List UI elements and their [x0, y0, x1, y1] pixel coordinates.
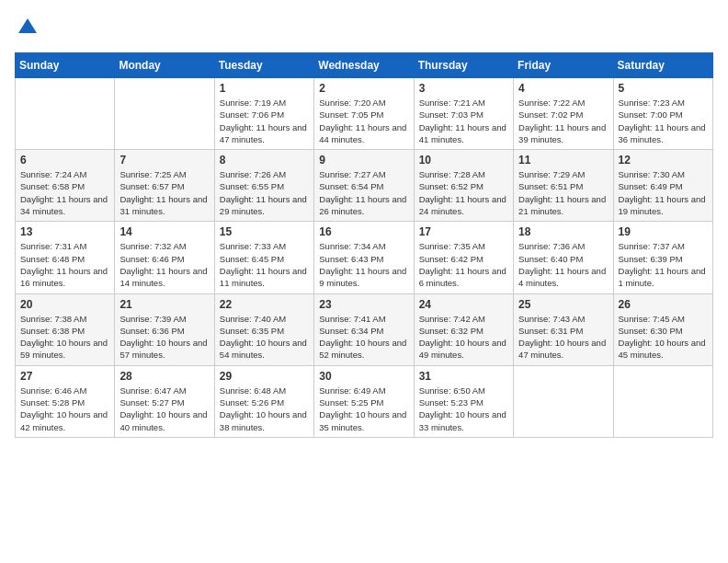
calendar-week-row: 6Sunrise: 7:24 AM Sunset: 6:58 PM Daylig… — [16, 150, 713, 222]
calendar-cell: 12Sunrise: 7:30 AM Sunset: 6:49 PM Dayli… — [613, 150, 712, 222]
day-info: Sunrise: 7:33 AM Sunset: 6:45 PM Dayligh… — [220, 240, 309, 289]
day-number: 11 — [518, 154, 608, 167]
calendar-week-row: 27Sunrise: 6:46 AM Sunset: 5:28 PM Dayli… — [16, 365, 713, 437]
calendar-cell: 17Sunrise: 7:35 AM Sunset: 6:42 PM Dayli… — [414, 222, 513, 293]
day-number: 27 — [20, 370, 109, 383]
day-info: Sunrise: 7:45 AM Sunset: 6:30 PM Dayligh… — [619, 313, 708, 362]
day-info: Sunrise: 7:38 AM Sunset: 6:38 PM Dayligh… — [20, 313, 109, 362]
day-info: Sunrise: 7:36 AM Sunset: 6:40 PM Dayligh… — [518, 240, 608, 289]
day-number: 29 — [220, 370, 309, 383]
calendar-cell: 28Sunrise: 6:47 AM Sunset: 5:27 PM Dayli… — [115, 365, 214, 437]
day-info: Sunrise: 7:42 AM Sunset: 6:32 PM Dayligh… — [419, 313, 508, 362]
day-number: 2 — [319, 82, 408, 95]
calendar-cell: 8Sunrise: 7:26 AM Sunset: 6:55 PM Daylig… — [214, 150, 313, 222]
calendar-cell: 21Sunrise: 7:39 AM Sunset: 6:36 PM Dayli… — [115, 293, 214, 365]
logo-text — [15, 15, 39, 41]
day-info: Sunrise: 7:30 AM Sunset: 6:49 PM Dayligh… — [619, 168, 708, 217]
calendar-cell: 20Sunrise: 7:38 AM Sunset: 6:38 PM Dayli… — [16, 293, 115, 365]
day-info: Sunrise: 7:35 AM Sunset: 6:42 PM Dayligh… — [419, 240, 508, 289]
calendar-cell: 31Sunrise: 6:50 AM Sunset: 5:23 PM Dayli… — [414, 365, 513, 437]
calendar-cell: 30Sunrise: 6:49 AM Sunset: 5:25 PM Dayli… — [314, 365, 414, 437]
logo — [15, 15, 39, 41]
day-info: Sunrise: 7:43 AM Sunset: 6:31 PM Dayligh… — [518, 313, 608, 362]
day-number: 21 — [119, 298, 209, 311]
day-info: Sunrise: 7:28 AM Sunset: 6:52 PM Dayligh… — [419, 168, 508, 217]
day-info: Sunrise: 6:49 AM Sunset: 5:25 PM Dayligh… — [319, 385, 408, 433]
day-number: 4 — [518, 82, 608, 95]
day-info: Sunrise: 7:26 AM Sunset: 6:55 PM Dayligh… — [220, 168, 309, 217]
calendar-cell — [514, 365, 613, 437]
svg-marker-0 — [18, 18, 37, 33]
day-info: Sunrise: 7:24 AM Sunset: 6:58 PM Dayligh… — [20, 168, 109, 217]
calendar-cell: 3Sunrise: 7:21 AM Sunset: 7:03 PM Daylig… — [414, 78, 513, 150]
calendar-cell: 5Sunrise: 7:23 AM Sunset: 7:00 PM Daylig… — [613, 78, 712, 150]
calendar-cell — [115, 78, 214, 150]
calendar-cell: 18Sunrise: 7:36 AM Sunset: 6:40 PM Dayli… — [514, 222, 613, 293]
calendar-week-row: 13Sunrise: 7:31 AM Sunset: 6:48 PM Dayli… — [16, 222, 713, 293]
calendar-week-row: 1Sunrise: 7:19 AM Sunset: 7:06 PM Daylig… — [16, 78, 713, 150]
calendar-cell: 16Sunrise: 7:34 AM Sunset: 6:43 PM Dayli… — [314, 222, 414, 293]
calendar-cell: 14Sunrise: 7:32 AM Sunset: 6:46 PM Dayli… — [115, 222, 214, 293]
day-info: Sunrise: 7:31 AM Sunset: 6:48 PM Dayligh… — [20, 240, 109, 289]
calendar-cell: 1Sunrise: 7:19 AM Sunset: 7:06 PM Daylig… — [214, 78, 313, 150]
day-info: Sunrise: 7:20 AM Sunset: 7:05 PM Dayligh… — [319, 97, 408, 145]
calendar-cell: 13Sunrise: 7:31 AM Sunset: 6:48 PM Dayli… — [16, 222, 115, 293]
day-info: Sunrise: 7:37 AM Sunset: 6:39 PM Dayligh… — [619, 240, 708, 289]
day-number: 10 — [419, 154, 508, 167]
calendar-cell: 7Sunrise: 7:25 AM Sunset: 6:57 PM Daylig… — [115, 150, 214, 222]
calendar-cell: 27Sunrise: 6:46 AM Sunset: 5:28 PM Dayli… — [16, 365, 115, 437]
calendar-day-header: Sunday — [16, 53, 115, 78]
day-info: Sunrise: 6:46 AM Sunset: 5:28 PM Dayligh… — [20, 385, 109, 433]
calendar-cell: 19Sunrise: 7:37 AM Sunset: 6:39 PM Dayli… — [613, 222, 712, 293]
day-info: Sunrise: 7:19 AM Sunset: 7:06 PM Dayligh… — [220, 97, 309, 145]
calendar-week-row: 20Sunrise: 7:38 AM Sunset: 6:38 PM Dayli… — [16, 293, 713, 365]
day-info: Sunrise: 7:29 AM Sunset: 6:51 PM Dayligh… — [518, 168, 608, 217]
page-header — [15, 15, 713, 41]
calendar-cell: 10Sunrise: 7:28 AM Sunset: 6:52 PM Dayli… — [414, 150, 513, 222]
calendar-cell: 11Sunrise: 7:29 AM Sunset: 6:51 PM Dayli… — [514, 150, 613, 222]
calendar-cell: 15Sunrise: 7:33 AM Sunset: 6:45 PM Dayli… — [214, 222, 313, 293]
day-number: 16 — [319, 225, 408, 238]
calendar-cell: 9Sunrise: 7:27 AM Sunset: 6:54 PM Daylig… — [314, 150, 414, 222]
day-number: 1 — [220, 82, 309, 95]
day-number: 7 — [119, 154, 209, 167]
day-number: 6 — [20, 154, 109, 167]
day-number: 18 — [518, 225, 608, 238]
calendar-header-row: SundayMondayTuesdayWednesdayThursdayFrid… — [16, 53, 713, 78]
day-number: 8 — [220, 154, 309, 167]
calendar-day-header: Saturday — [613, 53, 712, 78]
day-number: 23 — [319, 298, 408, 311]
day-info: Sunrise: 7:27 AM Sunset: 6:54 PM Dayligh… — [319, 168, 408, 217]
calendar-cell: 22Sunrise: 7:40 AM Sunset: 6:35 PM Dayli… — [214, 293, 313, 365]
day-number: 26 — [619, 298, 708, 311]
day-info: Sunrise: 6:48 AM Sunset: 5:26 PM Dayligh… — [220, 385, 309, 433]
day-info: Sunrise: 6:47 AM Sunset: 5:27 PM Dayligh… — [119, 385, 209, 433]
calendar-cell: 29Sunrise: 6:48 AM Sunset: 5:26 PM Dayli… — [214, 365, 313, 437]
calendar-cell — [613, 365, 712, 437]
day-info: Sunrise: 7:23 AM Sunset: 7:00 PM Dayligh… — [619, 97, 708, 145]
calendar-day-header: Wednesday — [314, 53, 414, 78]
day-info: Sunrise: 7:40 AM Sunset: 6:35 PM Dayligh… — [220, 313, 309, 362]
day-number: 5 — [619, 82, 708, 95]
day-number: 22 — [220, 298, 309, 311]
day-number: 9 — [319, 154, 408, 167]
day-number: 28 — [119, 370, 209, 383]
day-number: 14 — [119, 225, 209, 238]
calendar-cell: 26Sunrise: 7:45 AM Sunset: 6:30 PM Dayli… — [613, 293, 712, 365]
calendar-table: SundayMondayTuesdayWednesdayThursdayFrid… — [15, 52, 713, 438]
calendar-cell — [16, 78, 115, 150]
day-info: Sunrise: 6:50 AM Sunset: 5:23 PM Dayligh… — [419, 385, 508, 433]
day-number: 13 — [20, 225, 109, 238]
day-number: 31 — [419, 370, 508, 383]
day-number: 19 — [619, 225, 708, 238]
day-info: Sunrise: 7:25 AM Sunset: 6:57 PM Dayligh… — [119, 168, 209, 217]
day-number: 15 — [220, 225, 309, 238]
day-number: 30 — [319, 370, 408, 383]
calendar-day-header: Thursday — [414, 53, 513, 78]
calendar-cell: 2Sunrise: 7:20 AM Sunset: 7:05 PM Daylig… — [314, 78, 414, 150]
day-info: Sunrise: 7:21 AM Sunset: 7:03 PM Dayligh… — [419, 97, 508, 145]
calendar-day-header: Friday — [514, 53, 613, 78]
day-number: 25 — [518, 298, 608, 311]
calendar-cell: 24Sunrise: 7:42 AM Sunset: 6:32 PM Dayli… — [414, 293, 513, 365]
calendar-day-header: Monday — [115, 53, 214, 78]
